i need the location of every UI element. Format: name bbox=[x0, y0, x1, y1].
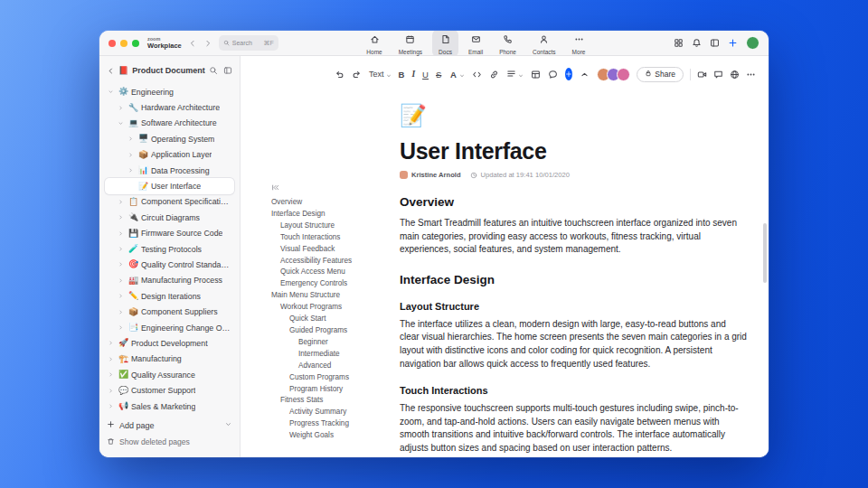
chat-button[interactable] bbox=[713, 70, 723, 80]
new-item-plus-icon[interactable] bbox=[728, 35, 738, 52]
sidebar-back-icon[interactable] bbox=[107, 62, 115, 79]
user-avatar[interactable] bbox=[746, 36, 760, 50]
outline-item-visual-feedback[interactable]: Visual Feedback bbox=[271, 244, 400, 256]
redo-button[interactable] bbox=[352, 70, 362, 80]
sidebar-item-hardware-architecture[interactable]: 🔧Hardware Architecture bbox=[105, 99, 234, 115]
chevron-right-icon[interactable] bbox=[118, 309, 126, 315]
tab-phone[interactable]: Phone bbox=[493, 31, 523, 57]
sidebar-item-component-specifications[interactable]: 📋Component Specifications bbox=[105, 194, 234, 210]
outline-item-quick-access-menu[interactable]: Quick Access Menu bbox=[271, 267, 400, 278]
chevron-right-icon[interactable] bbox=[118, 261, 126, 267]
tab-docs[interactable]: Docs bbox=[432, 31, 458, 57]
outline-item-fitness-stats[interactable]: Fitness Stats bbox=[271, 395, 400, 407]
strikethrough-button[interactable]: S bbox=[436, 70, 441, 80]
share-button[interactable]: Share bbox=[637, 67, 684, 82]
collapse-toolbar-button[interactable] bbox=[580, 70, 590, 80]
outline-item-custom-programs[interactable]: Custom Programs bbox=[271, 372, 400, 384]
tab-home[interactable]: Home bbox=[360, 31, 388, 57]
chevron-right-icon[interactable] bbox=[118, 105, 126, 111]
minimize-window-button[interactable] bbox=[120, 40, 127, 47]
sidebar-item-engineering-change-orders[interactable]: 📑Engineering Change Orders bbox=[105, 320, 234, 335]
outline-item-overview[interactable]: Overview bbox=[271, 197, 400, 209]
maximize-window-button[interactable] bbox=[132, 40, 139, 47]
sidebar-item-sales-marketing[interactable]: 📢Sales & Marketing bbox=[105, 399, 234, 414]
search-input[interactable]: Search ⌘F bbox=[219, 35, 278, 51]
bold-button[interactable]: B bbox=[399, 70, 405, 80]
tab-more[interactable]: More bbox=[566, 31, 592, 57]
sidebar-item-design-iterations[interactable]: ✏️Design Iterations bbox=[105, 288, 234, 304]
sidebar-item-customer-support[interactable]: 💬Customer Support bbox=[105, 382, 234, 398]
chevron-right-icon[interactable] bbox=[118, 293, 126, 299]
video-call-button[interactable] bbox=[697, 70, 707, 80]
outline-item-beginner[interactable]: Beginner bbox=[271, 337, 400, 349]
tab-contacts[interactable]: Contacts bbox=[526, 31, 562, 57]
chevron-right-icon[interactable] bbox=[108, 356, 116, 362]
chevron-right-icon[interactable] bbox=[127, 167, 136, 174]
sidebar-item-user-interface[interactable]: 📝User Interface bbox=[105, 178, 234, 193]
sidebar-item-data-processing[interactable]: 📊Data Processing bbox=[105, 163, 234, 178]
collaborator-avatar[interactable] bbox=[617, 68, 630, 81]
sidebar-item-operating-system[interactable]: 🖥️Operating System bbox=[105, 131, 234, 146]
panel-toggle-icon[interactable] bbox=[710, 35, 720, 52]
scrollbar-thumb[interactable] bbox=[763, 223, 767, 283]
apps-icon[interactable] bbox=[674, 35, 684, 52]
outline-item-workout-programs[interactable]: Workout Programs bbox=[271, 302, 400, 314]
outline-collapse-icon[interactable] bbox=[271, 183, 279, 192]
sidebar-item-manufacturing[interactable]: 🏗️Manufacturing bbox=[105, 352, 234, 367]
more-options-button[interactable] bbox=[746, 70, 756, 80]
outline-item-activity-summary[interactable]: Activity Summary bbox=[271, 407, 400, 418]
text-color-button[interactable]: A bbox=[448, 66, 465, 82]
outline-item-emergency-controls[interactable]: Emergency Controls bbox=[271, 278, 400, 290]
text-style-dropdown[interactable]: Text bbox=[369, 66, 392, 82]
forward-button[interactable] bbox=[203, 39, 212, 48]
show-deleted-pages-button[interactable]: Show deleted pages bbox=[107, 434, 232, 450]
chevron-right-icon[interactable] bbox=[108, 340, 116, 346]
sidebar-item-firmware-source-code[interactable]: 💾Firmware Source Code bbox=[105, 226, 234, 241]
sidebar-item-engineering[interactable]: ⚙️Engineering bbox=[105, 84, 234, 99]
inline-code-button[interactable] bbox=[472, 70, 482, 80]
chevron-right-icon[interactable] bbox=[118, 277, 126, 284]
sidebar-item-manufacturing-process[interactable]: 🏭Manufacturing Process bbox=[105, 273, 234, 288]
sidebar-search-icon[interactable] bbox=[209, 62, 218, 79]
sidebar-item-software-architecture[interactable]: 💻Software Architecture bbox=[105, 116, 234, 131]
table-button[interactable] bbox=[531, 70, 541, 80]
back-button[interactable] bbox=[188, 39, 197, 48]
notifications-bell-icon[interactable] bbox=[692, 35, 702, 52]
sidebar-item-product-development[interactable]: 🚀Product Development bbox=[105, 335, 234, 351]
sidebar-item-quality-control-standards[interactable]: 🎯Quality Control Standards bbox=[105, 257, 234, 272]
tab-meetings[interactable]: Meetings bbox=[392, 31, 429, 57]
chevron-down-icon[interactable] bbox=[118, 120, 126, 127]
italic-button[interactable]: I bbox=[411, 70, 415, 79]
chevron-right-icon[interactable] bbox=[118, 246, 126, 252]
comment-button[interactable] bbox=[548, 70, 558, 80]
sidebar-item-quality-assurance[interactable]: ✅Quality Assurance bbox=[105, 367, 234, 382]
outline-item-layout-structure[interactable]: Layout Structure bbox=[271, 221, 400, 232]
chevron-right-icon[interactable] bbox=[118, 199, 126, 205]
outline-item-touch-interactions[interactable]: Touch Interactions bbox=[271, 232, 400, 244]
chevron-right-icon[interactable] bbox=[108, 371, 116, 378]
sidebar-item-circuit-diagrams[interactable]: 🔌Circuit Diagrams bbox=[105, 210, 234, 225]
sidebar-item-testing-protocols[interactable]: 🧪Testing Protocols bbox=[105, 241, 234, 257]
sidebar-collapse-icon[interactable] bbox=[223, 62, 232, 79]
outline-item-main-menu-structure[interactable]: Main Menu Structure bbox=[271, 290, 400, 302]
chevron-right-icon[interactable] bbox=[118, 324, 126, 331]
doc-emoji-icon[interactable]: 📝 bbox=[400, 105, 747, 130]
chevron-right-icon[interactable] bbox=[127, 136, 136, 142]
document[interactable]: 📝 User Interface Kristine Arnold Updated… bbox=[400, 85, 747, 457]
list-button[interactable] bbox=[506, 66, 524, 82]
sidebar-item-application-layer[interactable]: 📦Application Layer bbox=[105, 147, 234, 163]
chevron-down-icon[interactable] bbox=[108, 89, 116, 95]
outline-item-intermediate[interactable]: Intermediate bbox=[271, 349, 400, 361]
chevron-right-icon[interactable] bbox=[108, 403, 116, 409]
outline-item-accessibility-features[interactable]: Accessibility Features bbox=[271, 256, 400, 267]
publish-web-button[interactable] bbox=[730, 70, 740, 80]
add-page-button[interactable]: Add page bbox=[107, 417, 232, 434]
link-button[interactable] bbox=[489, 70, 499, 80]
chevron-right-icon[interactable] bbox=[118, 214, 126, 221]
sidebar-item-component-suppliers[interactable]: 📦Component Suppliers bbox=[105, 304, 234, 319]
outline-item-progress-tracking[interactable]: Progress Tracking bbox=[271, 418, 400, 430]
underline-button[interactable]: U bbox=[422, 70, 429, 80]
outline-item-guided-programs[interactable]: Guided Programs bbox=[271, 325, 400, 337]
outline-item-interface-design[interactable]: Interface Design bbox=[271, 209, 400, 221]
insert-button[interactable] bbox=[565, 68, 572, 80]
